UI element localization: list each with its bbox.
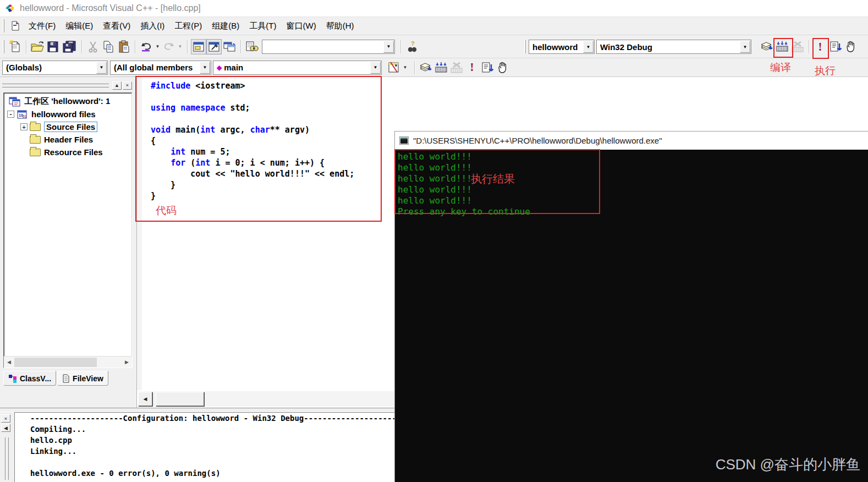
menubar-gripper[interactable] — [3, 19, 4, 32]
search-combobox[interactable]: ▼ — [262, 40, 395, 54]
function-combobox-dropdown[interactable]: ▼ — [370, 62, 381, 74]
scroll-right-button[interactable]: ▶ — [122, 357, 132, 368]
minibar-go-button[interactable] — [480, 60, 495, 75]
window-title: hellowword - Microsoft Visual C++ - [hel… — [20, 3, 201, 13]
code-text: #include <iostream> using namespace std;… — [151, 80, 354, 201]
members-combobox-value: (All global members — [114, 63, 193, 72]
paste-button[interactable] — [116, 39, 131, 54]
menu-item-5[interactable]: 组建(B) — [207, 19, 244, 34]
execute-program-button[interactable]: ! — [812, 39, 828, 54]
go-debug-button[interactable] — [828, 39, 843, 54]
output-dock-strip: × ◀ — [1, 414, 12, 482]
find-in-files-button[interactable] — [244, 39, 260, 54]
cut-button[interactable] — [85, 39, 101, 54]
menu-item-2[interactable]: 查看(V) — [98, 19, 135, 34]
title-bar[interactable]: hellowword - Microsoft Visual C++ - [hel… — [0, 0, 868, 17]
configuration-combobox-dropdown[interactable]: ▼ — [740, 41, 750, 53]
compile-button[interactable] — [759, 39, 774, 54]
output-collapse-button[interactable]: ◀ — [1, 424, 10, 432]
open-file-button[interactable] — [30, 39, 45, 54]
project-combobox-dropdown[interactable]: ▼ — [583, 41, 594, 53]
wizard-action-button[interactable] — [386, 60, 402, 75]
menu-item-7[interactable]: 窗口(W) — [281, 19, 321, 34]
new-file-button[interactable] — [7, 39, 23, 54]
tab-classview[interactable]: ClassV... — [3, 371, 56, 386]
console-output[interactable]: hello world!!!hello world!!!hello world!… — [395, 150, 868, 482]
workspace-dock-header[interactable]: ▲ × — [2, 80, 132, 90]
menu-item-4[interactable]: 工程(P) — [169, 19, 207, 34]
menu-item-0[interactable]: 文件(F) — [24, 19, 61, 34]
editor-selection-margin — [137, 77, 142, 390]
function-diamond-icon: ◆ — [217, 64, 222, 72]
expand-expander[interactable]: + — [20, 123, 28, 130]
minibar-stop-build-button[interactable] — [449, 60, 464, 75]
document-system-icon[interactable] — [10, 21, 20, 31]
console-line: hello world!!! — [398, 162, 868, 173]
menu-item-8[interactable]: 帮助(H) — [321, 19, 359, 34]
code-line: int num = 5; — [151, 146, 354, 157]
save-button[interactable] — [45, 39, 61, 54]
scope-combobox-dropdown[interactable]: ▼ — [96, 62, 107, 74]
svg-text:?: ? — [411, 40, 415, 47]
editor-scroll-left-button[interactable]: ◀ — [138, 392, 152, 406]
tab-fileview[interactable]: FileView — [57, 371, 108, 386]
tree-node-label: Header Files — [44, 135, 93, 144]
tab-label: FileView — [73, 374, 103, 383]
workspace-panel: ▲ × 工作区 'hellowword': 1 - 1001 hellowwor… — [0, 77, 135, 408]
breakpoint-hand-button[interactable] — [843, 39, 859, 54]
menu-item-6[interactable]: 工具(T) — [244, 19, 281, 34]
scroll-left-button[interactable]: ◀ — [4, 357, 14, 368]
output-pane-toggle-button[interactable] — [206, 39, 222, 54]
code-line — [151, 113, 354, 124]
workspace-pane-toggle-button[interactable] — [191, 39, 206, 54]
cascade-windows-button[interactable] — [222, 39, 237, 54]
code-line: } — [151, 179, 354, 190]
tree-node-source-files[interactable]: + Source Files — [4, 121, 132, 133]
scroll-thumb[interactable] — [14, 358, 97, 367]
members-combobox[interactable]: (All global members ▼ — [110, 61, 211, 75]
editor-scroll-thumb[interactable] — [156, 392, 204, 406]
menu-item-3[interactable]: 插入(I) — [135, 19, 169, 34]
csdn-watermark: CSDN @奋斗的小胖鱼 — [716, 455, 860, 474]
minibar-hand-button[interactable] — [495, 60, 510, 75]
search-help-button[interactable]: ? — [404, 39, 420, 54]
search-combobox-dropdown[interactable]: ▼ — [383, 41, 394, 53]
members-combobox-dropdown[interactable]: ▼ — [200, 62, 210, 74]
dock-gripper[interactable] — [2, 83, 109, 87]
undo-dropdown[interactable]: ▼ — [154, 40, 161, 54]
collapse-expander[interactable]: - — [7, 111, 14, 118]
editor-horizontal-scrollbar: ◀ — [138, 391, 395, 407]
workspace-close-button[interactable]: × — [123, 81, 132, 90]
tree-node-project[interactable]: - 1001 hellowword files — [4, 108, 132, 121]
workspace-tree[interactable]: 工作区 'hellowword': 1 - 1001 hellowword fi… — [3, 92, 133, 368]
copy-button[interactable] — [101, 39, 116, 54]
toolbar-gripper[interactable] — [3, 40, 4, 53]
output-gripper[interactable] — [4, 437, 9, 480]
output-close-button[interactable]: × — [1, 414, 10, 423]
save-all-button[interactable] — [61, 39, 78, 54]
project-combobox-value: hellowword — [532, 42, 578, 52]
minibar-compile-button[interactable] — [418, 60, 433, 75]
configuration-combobox[interactable]: Win32 Debug ▼ — [596, 40, 751, 54]
workspace-horizontal-scrollbar: ◀ ▶ — [4, 356, 132, 368]
tree-node-resource-files[interactable]: Resource Files — [4, 146, 132, 158]
redo-dropdown[interactable]: ▼ — [177, 40, 184, 54]
redo-button[interactable] — [161, 39, 177, 54]
minibar-build-button[interactable] — [433, 60, 449, 75]
dock-pin-button[interactable]: ▲ — [112, 81, 122, 90]
build-button[interactable] — [774, 39, 790, 54]
build-toolbar-gripper[interactable] — [524, 40, 526, 53]
project-combobox[interactable]: hellowword ▼ — [529, 40, 595, 54]
console-title-bar[interactable]: "D:\USERS\SHENYU\C++\PRO\hellowword\Debu… — [395, 132, 868, 150]
code-line: for (int i = 0; i < num; i++) { — [151, 157, 354, 168]
function-combobox[interactable]: ◆ main ▼ — [213, 61, 382, 75]
tree-node-header-files[interactable]: Header Files — [4, 133, 132, 146]
minibar-execute-button[interactable]: ! — [464, 60, 480, 75]
scope-combobox[interactable]: (Globals) ▼ — [2, 61, 108, 75]
wizard-action-dropdown[interactable]: ▼ — [402, 61, 409, 75]
menu-item-1[interactable]: 编辑(E) — [61, 19, 98, 34]
tree-node-workspace-root[interactable]: 工作区 'hellowword': 1 — [4, 95, 132, 108]
classview-icon — [8, 374, 17, 383]
stop-build-button[interactable] — [790, 39, 805, 54]
undo-button[interactable] — [139, 39, 154, 54]
